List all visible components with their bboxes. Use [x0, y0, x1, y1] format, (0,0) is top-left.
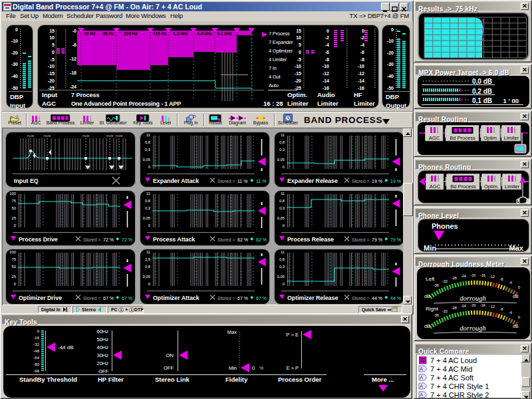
svg-text:-4: -4: [325, 43, 329, 47]
svg-text:79 %: 79 %: [372, 237, 382, 242]
svg-text:0: 0: [283, 223, 285, 227]
svg-text:-15: -15: [48, 71, 55, 76]
svg-text:-16: -16: [33, 336, 39, 340]
svg-text:-10: -10: [358, 64, 364, 68]
svg-text:-8: -8: [500, 277, 503, 281]
svg-text:0: 0: [518, 315, 520, 319]
svg-text:AGC: AGC: [430, 184, 441, 190]
svg-text:60Hz: 60Hz: [96, 329, 108, 334]
svg-text:Right: Right: [426, 306, 438, 312]
svg-text:One Advanced Point Processing: One Advanced Point Processing - 1 APP: [71, 100, 181, 107]
svg-text:Optim.: Optim.: [287, 91, 307, 98]
svg-text:0: 0: [299, 50, 301, 55]
svg-text:DBP: DBP: [386, 93, 400, 100]
svg-text:dorrough: dorrough: [460, 325, 485, 332]
svg-text:Optimizer Attack: Optimizer Attack: [153, 295, 200, 301]
svg-text:DBP: DBP: [10, 93, 24, 100]
svg-text:A: A: [420, 392, 423, 397]
svg-text:-28: -28: [452, 276, 457, 280]
svg-text:25: 25: [12, 216, 16, 220]
svg-text:-50: -50: [387, 86, 394, 90]
svg-text:AGC: AGC: [429, 135, 440, 141]
svg-text:20Hz: 20Hz: [96, 360, 108, 366]
svg-text:-6: -6: [360, 50, 364, 55]
svg-text:-4: -4: [360, 43, 364, 47]
svg-text:-44 dB: -44 dB: [58, 344, 74, 350]
svg-text:Limiter: Limiter: [505, 184, 520, 190]
svg-text:75: 75: [12, 199, 16, 203]
svg-text:mute: mute: [27, 134, 34, 138]
svg-text:67 %: 67 %: [237, 296, 248, 301]
svg-text:Stored =: Stored =: [217, 237, 235, 242]
svg-text:100: 100: [9, 250, 16, 254]
svg-text:11: 11: [281, 133, 285, 137]
svg-text:0,3: 0,3: [145, 148, 150, 152]
svg-text:-20: -20: [470, 303, 475, 307]
svg-text:-64: -64: [33, 356, 39, 360]
svg-text:2,9: 2,9: [145, 257, 150, 261]
svg-text:Stored =: Stored =: [217, 179, 235, 184]
svg-text:-10: -10: [11, 39, 18, 43]
svg-text:dB: dB: [513, 294, 519, 299]
svg-text:Expander Release: Expander Release: [287, 178, 338, 184]
svg-text:-10: -10: [323, 64, 329, 68]
svg-text:11: 11: [146, 250, 150, 254]
svg-text:15: 15: [296, 29, 301, 33]
svg-text:743 Hz: 743 Hz: [153, 31, 167, 36]
svg-text:1: 1: [120, 308, 122, 312]
svg-text:-36: -36: [434, 283, 439, 287]
svg-text:11: 11: [281, 192, 285, 196]
svg-text:-16: -16: [480, 273, 485, 277]
svg-text:-14: -14: [358, 78, 364, 83]
svg-text:19 %: 19 %: [372, 179, 382, 184]
svg-text:More ...: More ...: [372, 376, 394, 383]
svg-text:4 Optimizer: 4 Optimizer: [269, 48, 293, 54]
svg-text:0,05: 0,05: [143, 158, 150, 162]
svg-text:-12: -12: [323, 71, 329, 76]
svg-text:75: 75: [12, 257, 16, 261]
svg-text:0,3: 0,3: [279, 148, 285, 152]
svg-text:4 Out: 4 Out: [269, 74, 281, 80]
svg-text:-18: -18: [70, 70, 76, 75]
svg-text:Stored =: Stored =: [83, 296, 101, 301]
svg-text:4.4 kHz: 4.4 kHz: [197, 31, 212, 36]
svg-text:Auto: Auto: [269, 82, 279, 88]
svg-text:7 Process: 7 Process: [269, 31, 290, 37]
svg-text:0,8: 0,8: [279, 199, 285, 203]
svg-text:Optim.: Optim.: [484, 184, 499, 190]
svg-text:Limiter: Limiter: [354, 100, 375, 107]
svg-text:-14: -14: [323, 78, 329, 83]
svg-text:309 Hz: 309 Hz: [124, 31, 138, 36]
svg-text:62 %: 62 %: [256, 237, 267, 242]
svg-text:15: 15: [49, 29, 55, 33]
svg-text:0: 0: [283, 282, 285, 286]
svg-text:-16: -16: [358, 86, 364, 90]
svg-text:-16: -16: [480, 303, 485, 307]
svg-text:10: 10: [296, 35, 301, 40]
svg-text:7 In: 7 In: [269, 65, 277, 71]
svg-text:dB: dB: [513, 324, 519, 329]
svg-text:0: 0: [283, 165, 285, 169]
svg-text:dorrough: dorrough: [460, 295, 485, 302]
svg-text:Optimizer Release: Optimizer Release: [287, 295, 338, 301]
svg-text:-24: -24: [461, 304, 466, 308]
svg-text:-16: -16: [323, 86, 329, 90]
svg-text:mute: mute: [106, 134, 113, 138]
svg-text:0,0 dB: 0,0 dB: [472, 78, 492, 85]
svg-text:dB: dB: [424, 294, 430, 299]
svg-text:0,05: 0,05: [277, 158, 285, 162]
svg-text:-2: -2: [360, 35, 364, 40]
svg-text:-20: -20: [11, 51, 18, 55]
svg-text:0,2 dB: 0,2 dB: [472, 88, 492, 95]
svg-text:-4: -4: [509, 281, 512, 285]
svg-text:HF: HF: [354, 91, 362, 98]
svg-text:0,8: 0,8: [145, 140, 150, 144]
svg-text:-12: -12: [489, 305, 495, 309]
svg-text:-20: -20: [387, 51, 394, 55]
svg-text:0: 0: [148, 223, 150, 227]
svg-text:0: 0: [14, 282, 16, 286]
svg-text:7 Process: 7 Process: [71, 92, 100, 98]
svg-text:Stored =: Stored =: [352, 179, 370, 184]
svg-text:Bd Process: Bd Process: [450, 135, 475, 141]
svg-text:62 %: 62 %: [237, 237, 248, 242]
